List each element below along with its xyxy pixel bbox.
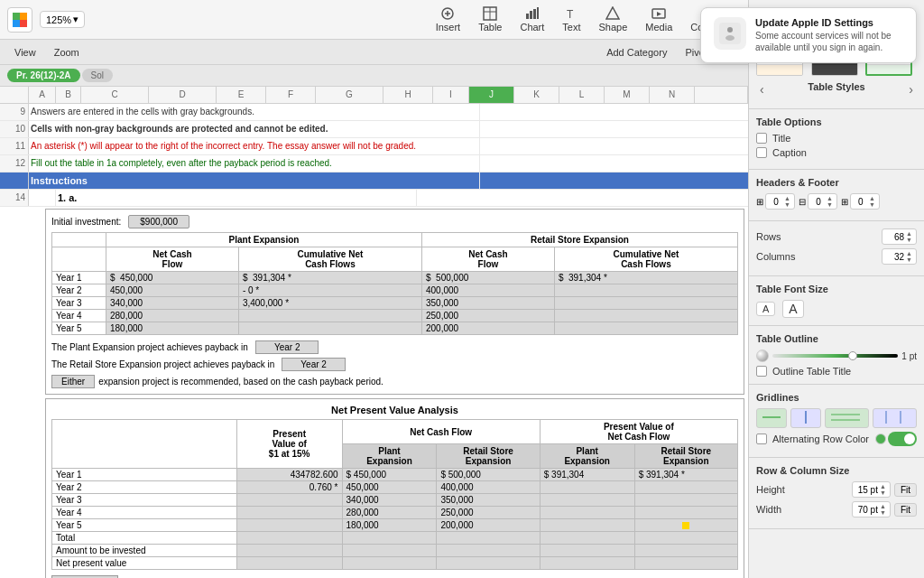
outline-title-label: Outline Table Title <box>772 366 851 377</box>
col-header-j[interactable]: J <box>469 87 514 103</box>
alt-row-toggle-knob <box>904 434 915 444</box>
width-fit-btn[interactable]: Fit <box>894 503 917 517</box>
retail-store-header: Retail Store Expansion <box>421 233 737 247</box>
header-cols-arrows[interactable]: ▲ ▼ <box>827 195 833 208</box>
outline-title-checkbox[interactable] <box>756 366 767 377</box>
tab-sol[interactable]: Sol <box>82 69 113 82</box>
col-header-h[interactable]: H <box>383 87 433 103</box>
net-cash-flow-h2: Net CashFlow <box>421 247 554 272</box>
styles-prev-btn[interactable]: ‹ <box>756 82 768 97</box>
font-size-small-btn[interactable]: A <box>756 302 775 316</box>
section-1a-label <box>29 190 56 206</box>
payback-row-1: The Plant Expansion project achieves pay… <box>51 340 738 354</box>
pv-label: PresentValue of$1 at 15% <box>236 420 342 469</box>
cols-val: 32 <box>886 252 904 262</box>
title-option-row: Title <box>756 133 917 144</box>
footer-rows-stepper[interactable]: 0 ▲ ▼ <box>850 193 880 210</box>
rows-label: Rows <box>756 231 781 242</box>
footer-rows-down[interactable]: ▼ <box>869 201 875 208</box>
header-rows-up[interactable]: ▲ <box>784 195 790 201</box>
col-header-i[interactable]: I <box>433 87 469 103</box>
ncf-header: Net Cash Flow <box>342 420 540 444</box>
height-down[interactable]: ▼ <box>880 489 886 496</box>
col-header-d[interactable]: D <box>149 87 217 103</box>
gridlines-btn-3[interactable] <box>825 408 869 428</box>
header-rows-stepper[interactable]: 0 ▲ ▼ <box>765 193 795 210</box>
width-arrows[interactable]: ▲ ▼ <box>880 503 886 516</box>
outline-slider[interactable] <box>772 354 898 358</box>
height-arrows[interactable]: ▲ ▼ <box>880 483 886 496</box>
add-category-btn[interactable]: Add Category <box>599 45 674 60</box>
cols-stepper[interactable]: 32 ▲ ▼ <box>882 248 917 265</box>
height-up[interactable]: ▲ <box>880 483 886 489</box>
col-header-l[interactable]: L <box>559 87 605 103</box>
header-footer-controls: ⊞ 0 ▲ ▼ ⊟ 0 ▲ ▼ <box>756 193 917 210</box>
cols-down[interactable]: ▼ <box>906 256 912 263</box>
cols-up[interactable]: ▲ <box>906 250 912 256</box>
footer-rows-arrows[interactable]: ▲ ▼ <box>869 195 875 208</box>
rows-item: Rows 68 ▲ ▼ <box>756 228 917 245</box>
col-header-c[interactable]: C <box>81 87 149 103</box>
toolbar-table[interactable]: Table <box>471 5 509 34</box>
col-header-f[interactable]: F <box>266 87 316 103</box>
npv-title: Net Present Value Analysis <box>51 405 738 415</box>
recommendation-row-1: Either expansion project is recommended,… <box>51 375 738 388</box>
rows-stepper[interactable]: 68 ▲ ▼ <box>882 228 917 245</box>
zoom-btn[interactable]: Zoom <box>47 45 87 60</box>
toolbar-chart[interactable]: Chart <box>513 5 551 34</box>
header-rows-arrows[interactable]: ▲ ▼ <box>784 195 790 208</box>
header-cols-down[interactable]: ▼ <box>827 201 833 208</box>
caption-checkbox[interactable] <box>756 147 767 158</box>
font-size-large-btn[interactable]: A <box>782 300 803 318</box>
rows-arrows[interactable]: ▲ ▼ <box>906 230 912 243</box>
header-cols-stepper[interactable]: 0 ▲ ▼ <box>808 193 837 210</box>
gridlines-btn-4[interactable] <box>873 408 917 428</box>
cols-arrows[interactable]: ▲ ▼ <box>906 250 912 263</box>
col-header-e[interactable]: E <box>217 87 266 103</box>
table-options-title: Table Options <box>756 117 917 127</box>
footer-rows-up[interactable]: ▲ <box>869 195 875 201</box>
toolbar-shape[interactable]: Shape <box>592 5 635 34</box>
header-cols-up[interactable]: ▲ <box>827 195 833 201</box>
alt-row-checkbox[interactable] <box>756 434 767 444</box>
notification-body: Some account services will not be availa… <box>755 30 903 53</box>
plant-expansion-header: Plant Expansion <box>106 233 422 247</box>
initial-investment-label: Initial investment: <box>51 217 121 227</box>
alt-row-color-dot[interactable] <box>875 434 886 444</box>
view-btn[interactable]: View <box>7 45 43 60</box>
width-up[interactable]: ▲ <box>880 503 886 509</box>
col-header-a[interactable]: A <box>29 87 56 103</box>
toolbar-text[interactable]: T Text <box>555 5 587 34</box>
header-rows-down[interactable]: ▼ <box>784 201 790 208</box>
rows-up[interactable]: ▲ <box>906 230 912 237</box>
spreadsheet-content[interactable]: 9 Answers are entered in the cells with … <box>0 104 748 578</box>
width-down[interactable]: ▼ <box>880 509 886 516</box>
col-header-m[interactable]: M <box>605 87 650 103</box>
header-cols-icon: ⊟ <box>799 197 806 207</box>
width-ctrl-group: 70 pt ▲ ▼ Fit <box>852 501 917 517</box>
secondary-toolbar: View Zoom Add Category Pivot Table <box>0 40 748 65</box>
payback-2-label: The Retail Store Expansion project achie… <box>51 359 274 369</box>
outline-slider-thumb[interactable] <box>848 351 857 360</box>
tab-active[interactable]: Pr. 26(12)-2A <box>7 69 80 82</box>
styles-next-btn[interactable]: › <box>905 82 917 97</box>
cols-label: Columns <box>756 251 795 262</box>
outline-color-dot[interactable] <box>756 350 769 362</box>
height-fit-btn[interactable]: Fit <box>894 483 917 497</box>
col-header-n[interactable]: N <box>650 87 695 103</box>
toolbar-media[interactable]: Media <box>638 5 679 34</box>
gridlines-btn-1[interactable] <box>756 408 787 428</box>
gridlines-btn-2[interactable] <box>790 408 821 428</box>
toolbar-insert[interactable]: Insert <box>429 5 468 34</box>
col-header-g[interactable]: G <box>316 87 383 103</box>
width-stepper[interactable]: 70 pt ▲ ▼ <box>852 501 891 517</box>
rows-down[interactable]: ▼ <box>906 237 912 243</box>
alt-row-toggle[interactable] <box>888 432 917 446</box>
col-header-k[interactable]: K <box>514 87 559 103</box>
col-header-b[interactable]: B <box>56 87 81 103</box>
zoom-control[interactable]: 125% ▾ <box>40 11 85 28</box>
amount-invested-label: Amount to be invested <box>52 545 237 557</box>
height-stepper[interactable]: 15 pt ▲ ▼ <box>852 481 891 498</box>
title-checkbox[interactable] <box>756 133 767 144</box>
table-row: Year 1 $ 450,000 $ 391,304 * $ 500,000 $… <box>52 272 738 284</box>
